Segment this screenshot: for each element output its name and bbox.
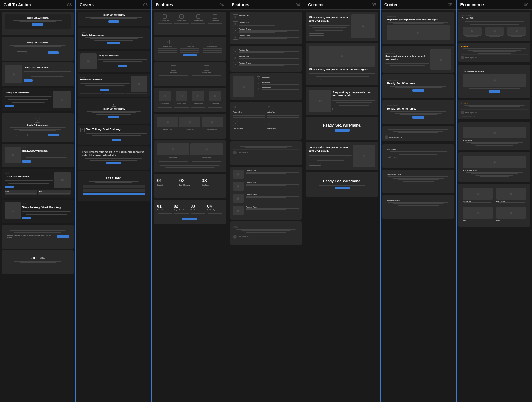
feat-img-list-desc-2a: [262, 84, 299, 85]
cover-2: LABEL Ready. Set. Wireframe.: [78, 28, 150, 49]
content-btn-1[interactable]: [309, 33, 324, 36]
cta-solid-5[interactable]: [48, 134, 59, 136]
feat-img-text-2a: [174, 106, 188, 106]
cover-4-btn[interactable]: [100, 89, 109, 91]
content2-btn-3[interactable]: [412, 89, 424, 92]
num4-item-2: 02 Easy & Powerful: [174, 204, 189, 214]
cta-outline-5[interactable]: [16, 134, 28, 136]
cta-stat-label-1: [5, 193, 37, 194]
num4-text-4b: [208, 213, 222, 214]
cover-8-input-2[interactable]: [83, 189, 145, 192]
cta-desc-5a: [10, 127, 66, 128]
cta-line-2: [14, 46, 61, 47]
content2-text-2a: [385, 63, 429, 64]
feat-list-content-2: Feature Two: [239, 21, 299, 26]
feat-img-label-4: Feature Four: [211, 102, 219, 104]
ecomm-grid-name-2: Feature Title: [496, 200, 526, 202]
content-heading-1: Stop making components over and over aga…: [309, 16, 350, 22]
cover-7-line-a: [85, 158, 142, 159]
feat-list-card-2: ⊞ Feature One ⊞ Feature Two: [230, 46, 302, 72]
cover-2-btn[interactable]: [107, 42, 120, 44]
features-nums-btn[interactable]: [182, 218, 197, 220]
cta-heading-3: Ready. Set. Wireframe.: [24, 66, 71, 69]
feat-list2-desc-1b: [239, 52, 284, 53]
feat-final-text-a: [236, 229, 296, 230]
feat-large-content-3: Feature Three: [245, 194, 299, 198]
cta-row-7: LABEL Ready. Set. Wireframe.: [5, 172, 71, 189]
features-img-grid-4: Feature One Feature Two Feature Three: [157, 91, 223, 108]
cover-6-btn[interactable]: [112, 139, 121, 141]
feat-img-1: [159, 91, 171, 101]
feat-large-item-2: Feature Two: [233, 182, 299, 191]
cover-8-submit[interactable]: [83, 193, 145, 195]
ecomm-bold-inner: Bold Sheet: [461, 125, 527, 147]
cover-3-btn[interactable]: [118, 65, 127, 67]
cover-4-line-a: [80, 83, 130, 84]
cta-btn-3[interactable]: [24, 79, 33, 82]
cta-solid-btn[interactable]: [48, 51, 59, 54]
cover-2-text-a: [85, 37, 143, 38]
content2-btn-4[interactable]: [412, 116, 424, 119]
content2-tag-2: Feature Name: [385, 52, 429, 54]
cta-desc-7a: [5, 180, 53, 181]
cta-btn-6[interactable]: [22, 160, 31, 163]
feat-desc-6b: [165, 167, 215, 168]
feat-list-card-1: ⊞ Feature One ⊞ Feature Two: [230, 12, 302, 44]
cta-desc-3c: [31, 76, 64, 77]
cta-btn-4[interactable]: [5, 105, 14, 107]
content-img-2a: [309, 46, 375, 67]
feat-2col-desc-1a: [233, 115, 265, 116]
feat-list-content-3: Feature Three: [239, 28, 299, 33]
feat-test-author: Steve Rogers APS: [233, 151, 299, 154]
cover-8-title: Let's Talk.: [83, 176, 145, 180]
feat-2b-img-2: [190, 143, 223, 155]
cta-elite-btn[interactable]: [57, 235, 69, 238]
cover-5-btn[interactable]: [108, 116, 119, 118]
content-desc-5b: [312, 158, 348, 158]
ecomm-grid-inner: Feature Title Feature Title Price: [461, 187, 527, 224]
content2-card-1-inner: Feature Name Stop making components over…: [385, 14, 451, 41]
feat-img-list-fc-3: Feature Three: [262, 87, 299, 90]
cover-8: Let's Talk.: [78, 171, 150, 201]
feat-list-desc-1c: [239, 19, 275, 19]
ecomm-prod-text-3: [508, 35, 525, 36]
feat-2col-desc-4a: [267, 132, 299, 132]
cta-btn-1[interactable]: [32, 23, 43, 26]
cover-6-text: Stop Talking. Start Building.: [86, 128, 147, 142]
col-header-covers: Covers 03: [76, 0, 152, 10]
cta-lets-talk-text2: [20, 262, 56, 263]
features-card-2-btn[interactable]: [183, 54, 197, 56]
cta-btn-8[interactable]: [22, 217, 31, 219]
cover-8-text-b: [95, 182, 132, 183]
content-btn-3[interactable]: [332, 108, 344, 110]
cta-text-block-8: LABEL Stop Talking. Start Building.: [22, 202, 71, 220]
content-btn-2[interactable]: [309, 79, 321, 81]
content-row-1: Stop making components over and over aga…: [309, 14, 375, 38]
feat-list2-desc-1a: [239, 51, 299, 52]
feat-list-desc-1b: [239, 18, 287, 18]
cover-1-btn[interactable]: [108, 20, 119, 23]
col-number-ecommerce: 06: [524, 2, 528, 7]
feat-list2-desc-3b: [239, 65, 284, 66]
content-final-btn[interactable]: [335, 187, 350, 189]
feat-img-label-2: Feature Two: [177, 102, 186, 104]
cover-8-input-1[interactable]: [83, 185, 145, 188]
feat-2col-icon-2: ⊞: [267, 105, 271, 109]
ecomm-sale-btn[interactable]: [489, 90, 500, 93]
content-btn-5[interactable]: [309, 163, 321, 166]
col-content-features-2: ⊞ Feature One ⊞ Feature Two: [228, 10, 304, 247]
cta-btn-7[interactable]: [5, 186, 14, 188]
content-desc-2b: [316, 76, 369, 77]
feat-img-list-content: ⊞ Feature One ⊞ Feature Two: [255, 76, 299, 97]
features-nums-4-card: 01 Scalability 02 Easy & Powerful: [154, 200, 226, 224]
content2-biracy-text-a: [388, 202, 448, 203]
content2-tag-1: Feature Name: [387, 16, 450, 17]
content-row-5: Stop making components over and over aga…: [309, 145, 375, 167]
cover-7-btn[interactable]: [106, 162, 121, 164]
content-cta-btn[interactable]: [335, 129, 350, 132]
num-3: 03: [202, 178, 223, 184]
cta-outline-btn[interactable]: [17, 51, 27, 54]
cta-buttons-2: [7, 50, 69, 55]
cta-desc-5c: [19, 130, 56, 131]
cta-lets-talk-text: [14, 261, 61, 262]
